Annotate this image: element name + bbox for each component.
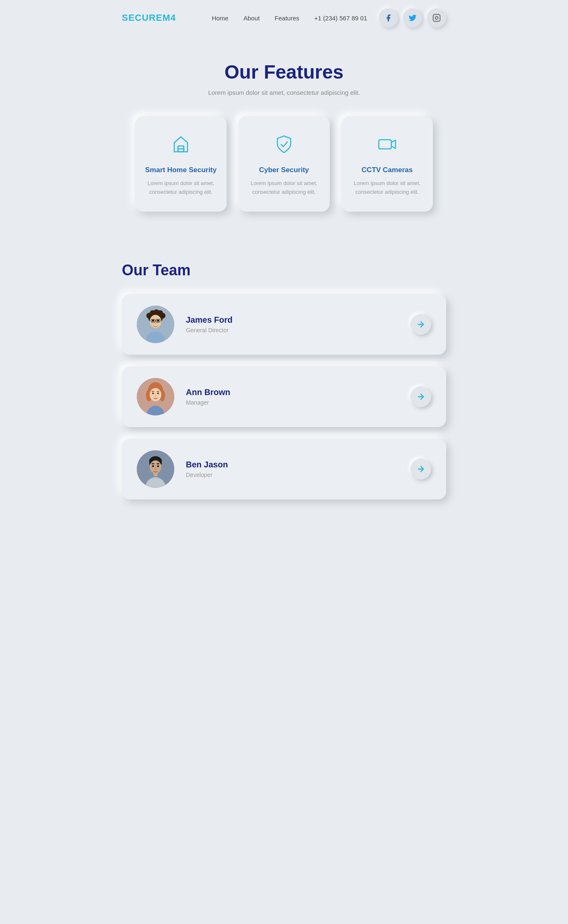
james-name: James Ford xyxy=(186,315,399,325)
features-subtitle: Lorem ipsum dolor sit amet, consectetur … xyxy=(122,89,446,96)
smart-home-title: Smart Home Security xyxy=(145,166,217,174)
features-section: Our Features Lorem ipsum dolor sit amet,… xyxy=(105,36,463,253)
instagram-link[interactable] xyxy=(427,8,446,27)
instagram-icon xyxy=(432,14,441,22)
james-info: James Ford General Director xyxy=(186,315,399,334)
social-links xyxy=(379,8,446,27)
brand-logo[interactable]: SECUREM4 xyxy=(122,12,176,23)
team-card-ann: Ann Brown Manager xyxy=(122,366,446,427)
feature-card-cctv: CCTV Cameras Lorem ipsum dolor sit amet,… xyxy=(341,116,433,212)
twitter-icon xyxy=(408,14,417,22)
avatar-james xyxy=(137,306,174,343)
svg-point-17 xyxy=(155,323,156,324)
ann-name: Ann Brown xyxy=(186,388,399,397)
svg-point-27 xyxy=(155,395,156,396)
feature-card-cyber: Cyber Security Lorem ipsum dolor sit ame… xyxy=(238,116,330,212)
team-title: Our Team xyxy=(122,262,446,279)
arrow-right-icon xyxy=(416,320,425,329)
svg-point-35 xyxy=(155,468,157,469)
svg-rect-3 xyxy=(379,140,391,149)
nav-about[interactable]: About xyxy=(243,15,259,22)
svg-point-10 xyxy=(160,313,165,319)
ann-role: Manager xyxy=(186,399,399,406)
navbar: SECUREM4 Home About Features +1 (234) 56… xyxy=(105,0,463,36)
smart-home-desc: Lorem ipsum dolor sit amet, consectetur … xyxy=(145,179,217,197)
svg-point-24 xyxy=(150,388,161,401)
arrow-right-icon xyxy=(416,392,425,401)
svg-point-33 xyxy=(152,465,154,467)
svg-point-34 xyxy=(157,465,159,467)
svg-rect-0 xyxy=(433,15,440,22)
cyber-title: Cyber Security xyxy=(248,166,320,174)
team-card-ben: Ben Jason Developer xyxy=(122,439,446,499)
svg-rect-36 xyxy=(153,473,158,476)
svg-point-12 xyxy=(152,319,154,321)
cctv-desc: Lorem ipsum dolor sit amet, consectetur … xyxy=(351,179,423,197)
team-section: Our Team xyxy=(105,253,463,536)
twitter-link[interactable] xyxy=(403,8,422,27)
facebook-link[interactable] xyxy=(379,8,398,27)
feature-card-smart-home: Smart Home Security Lorem ipsum dolor si… xyxy=(135,116,227,212)
cctv-title: CCTV Cameras xyxy=(351,166,423,174)
ben-role: Developer xyxy=(186,472,399,478)
camera-icon xyxy=(351,134,423,158)
cyber-desc: Lorem ipsum dolor sit amet, consectetur … xyxy=(248,179,320,197)
nav-features[interactable]: Features xyxy=(275,15,299,22)
ben-name: Ben Jason xyxy=(186,460,399,469)
svg-point-26 xyxy=(157,393,159,394)
james-arrow-button[interactable] xyxy=(410,314,431,335)
features-title: Our Features xyxy=(122,61,446,83)
nav-links: Home About Features xyxy=(212,15,299,22)
nav-home[interactable]: Home xyxy=(212,15,228,22)
avatar-ann xyxy=(137,378,174,415)
james-role: General Director xyxy=(186,327,399,334)
arrow-right-icon xyxy=(416,464,425,474)
shield-icon xyxy=(248,134,320,158)
svg-point-13 xyxy=(157,319,159,321)
svg-point-11 xyxy=(150,315,161,328)
home-icon xyxy=(145,134,217,158)
ann-info: Ann Brown Manager xyxy=(186,388,399,406)
svg-point-25 xyxy=(152,393,154,394)
nav-phone: +1 (234) 567 89 01 xyxy=(314,15,367,22)
feature-cards: Smart Home Security Lorem ipsum dolor si… xyxy=(122,116,446,212)
avatar-ben xyxy=(137,450,174,488)
team-card-james: James Ford General Director xyxy=(122,294,446,355)
ben-info: Ben Jason Developer xyxy=(186,460,399,478)
ann-arrow-button[interactable] xyxy=(410,386,431,407)
facebook-icon xyxy=(384,14,393,22)
ben-arrow-button[interactable] xyxy=(410,459,431,479)
svg-point-32 xyxy=(150,460,161,474)
